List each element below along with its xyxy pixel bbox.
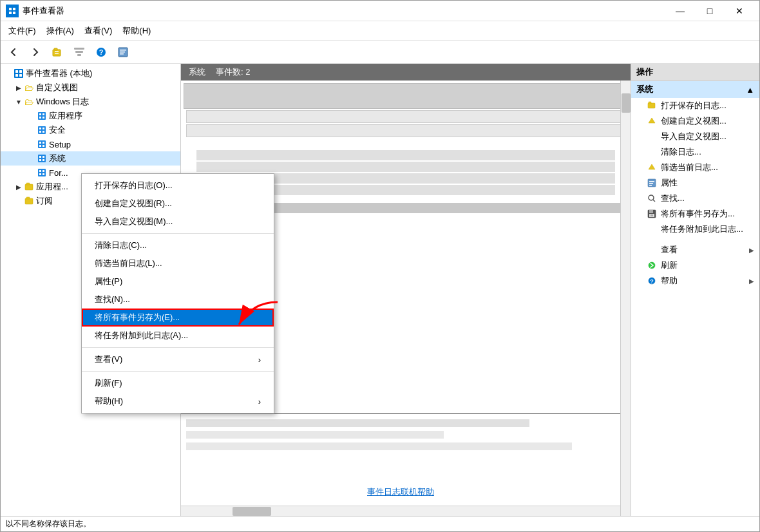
help-submenu-arrow: ▶ <box>749 278 754 285</box>
right-panel: 操作 系统 ▲ 打开保存的日志... <box>631 64 759 516</box>
right-action-save-all[interactable]: 将所有事件另存为... <box>631 206 759 222</box>
tree-label-root: 事件查看器 (本地) <box>26 68 92 79</box>
scrollbar-thumb[interactable] <box>622 93 631 113</box>
properties-button[interactable] <box>113 43 133 61</box>
view-icon <box>647 245 657 255</box>
window-title: 事件查看器 <box>23 5 665 17</box>
ctx-refresh[interactable]: 刷新(F) <box>82 374 274 392</box>
create-view-icon <box>647 116 657 126</box>
filter-button[interactable] <box>69 43 90 61</box>
ctx-save-all[interactable]: 将所有事件另存为(E)... <box>82 309 274 327</box>
tree-label-app: 应用程序 <box>49 110 82 122</box>
svg-point-64 <box>649 262 655 269</box>
menu-bar: 文件(F) 操作(A) 查看(V) 帮助(H) <box>1 21 759 41</box>
svg-rect-4 <box>13 12 15 14</box>
horizontal-scrollbar[interactable] <box>181 506 620 516</box>
right-action-filter[interactable]: 筛选当前日志... <box>631 160 759 175</box>
svg-rect-42 <box>43 159 44 161</box>
svg-rect-16 <box>120 52 125 53</box>
h-scrollbar-thumb[interactable] <box>233 507 271 516</box>
tree-item-application[interactable]: 应用程序 <box>1 109 180 123</box>
right-action-find[interactable]: 查找... <box>631 191 759 206</box>
menu-file[interactable]: 文件(F) <box>3 23 41 39</box>
right-action-view[interactable]: 查看 ▶ <box>631 242 759 258</box>
maximize-button[interactable]: □ <box>695 1 725 21</box>
tree-icon-forwarded <box>37 167 47 178</box>
center-header: 系统 事件数: 2 <box>181 64 631 81</box>
back-button[interactable] <box>3 43 24 61</box>
menu-action[interactable]: 操作(A) <box>41 23 79 39</box>
right-action-properties[interactable]: 属性 <box>631 175 759 191</box>
right-action-refresh[interactable]: 刷新 <box>631 258 759 273</box>
event-log-link[interactable]: 事件日志联机帮助 <box>367 487 434 497</box>
status-bar: 以不同名称保存该日志。 <box>1 516 759 531</box>
right-section-label: 系统 <box>636 84 653 95</box>
right-action-filter-label: 筛选当前日志... <box>661 162 718 173</box>
detail-panel[interactable]: 事件日志联机帮助 <box>181 413 620 516</box>
center-count: 事件数: 2 <box>216 66 250 78</box>
right-action-help[interactable]: ? 帮助 ▶ <box>631 273 759 289</box>
properties-icon <box>647 178 657 188</box>
svg-rect-11 <box>77 54 81 56</box>
right-section-title: 系统 ▲ <box>631 81 759 98</box>
right-action-import-view[interactable]: 导入自定义视图... <box>631 129 759 144</box>
menu-view[interactable]: 查看(V) <box>79 23 117 39</box>
help-button[interactable]: ? <box>91 43 111 61</box>
event-link-container: 事件日志联机帮助 <box>367 486 434 498</box>
svg-rect-8 <box>55 53 59 54</box>
right-action-clear-log[interactable]: 清除日志... <box>631 144 759 160</box>
title-bar: 事件查看器 — □ ✕ <box>1 1 759 21</box>
ctx-properties[interactable]: 属性(P) <box>82 272 274 290</box>
main-window: 事件查看器 — □ ✕ 文件(F) 操作(A) 查看(V) 帮助(H) <box>0 0 760 532</box>
close-button[interactable]: ✕ <box>725 1 754 21</box>
ctx-attach-task[interactable]: 将任务附加到此日志(A)... <box>82 327 274 345</box>
svg-rect-36 <box>39 145 41 147</box>
forward-button[interactable] <box>25 43 46 61</box>
right-action-create-view-label: 创建自定义视图... <box>661 115 727 127</box>
tree-label-system: 系统 <box>49 153 66 164</box>
right-action-attach-task-label: 将任务附加到此日志... <box>661 223 743 235</box>
ctx-create-view[interactable]: 创建自定义视图(R)... <box>82 195 274 213</box>
svg-rect-46 <box>39 173 41 175</box>
tree-item-root[interactable]: 事件查看器 (本地) <box>1 66 180 81</box>
tree-item-security[interactable]: 安全 <box>1 123 180 137</box>
ctx-view[interactable]: 查看(V) › <box>82 350 274 368</box>
right-action-attach-task[interactable]: 将任务附加到此日志... <box>631 222 759 237</box>
right-action-create-view[interactable]: 创建自定义视图... <box>631 113 759 129</box>
minimize-button[interactable]: — <box>665 1 695 21</box>
tree-item-windows-logs[interactable]: ▼ 🗁 Windows 日志 <box>1 95 180 109</box>
right-action-save-all-label: 将所有事件另存为... <box>661 208 735 220</box>
center-scrollbar[interactable] <box>620 81 631 516</box>
tree-item-system[interactable]: 系统 <box>1 151 180 166</box>
svg-rect-18 <box>14 69 23 78</box>
status-text: 以不同名称保存该日志。 <box>6 518 91 529</box>
ctx-help[interactable]: 帮助(H) › <box>82 392 274 410</box>
svg-rect-45 <box>43 170 44 172</box>
ctx-sep-3 <box>82 371 274 372</box>
tree-item-custom-views[interactable]: ▶ 🗁 自定义视图 <box>1 81 180 95</box>
svg-rect-26 <box>39 117 41 119</box>
ctx-find[interactable]: 查找(N)... <box>82 290 274 309</box>
open-log-icon <box>647 100 657 111</box>
ctx-filter[interactable]: 筛选当前日志(L)... <box>82 254 274 272</box>
tree-icon-root <box>14 68 24 79</box>
tree-item-setup[interactable]: Setup <box>1 137 180 151</box>
svg-rect-20 <box>19 70 22 73</box>
svg-rect-17 <box>120 53 124 55</box>
svg-rect-2 <box>13 8 15 10</box>
center-title: 系统 <box>189 66 205 78</box>
svg-rect-51 <box>26 197 30 199</box>
tree-label-security: 安全 <box>49 124 66 136</box>
svg-rect-24 <box>39 113 41 115</box>
svg-rect-1 <box>9 8 12 10</box>
svg-rect-48 <box>25 184 33 190</box>
svg-rect-56 <box>649 183 653 184</box>
ctx-open-log[interactable]: 打开保存的日志(O)... <box>82 176 274 195</box>
tree-label-custom: 自定义视图 <box>36 82 78 93</box>
ctx-import-view[interactable]: 导入自定义视图(M)... <box>82 213 274 231</box>
svg-rect-27 <box>43 117 44 119</box>
menu-help[interactable]: 帮助(H) <box>117 23 156 39</box>
right-action-open-log[interactable]: 打开保存的日志... <box>631 98 759 113</box>
open-log-button[interactable] <box>47 43 68 61</box>
ctx-clear-log[interactable]: 清除日志(C)... <box>82 236 274 254</box>
